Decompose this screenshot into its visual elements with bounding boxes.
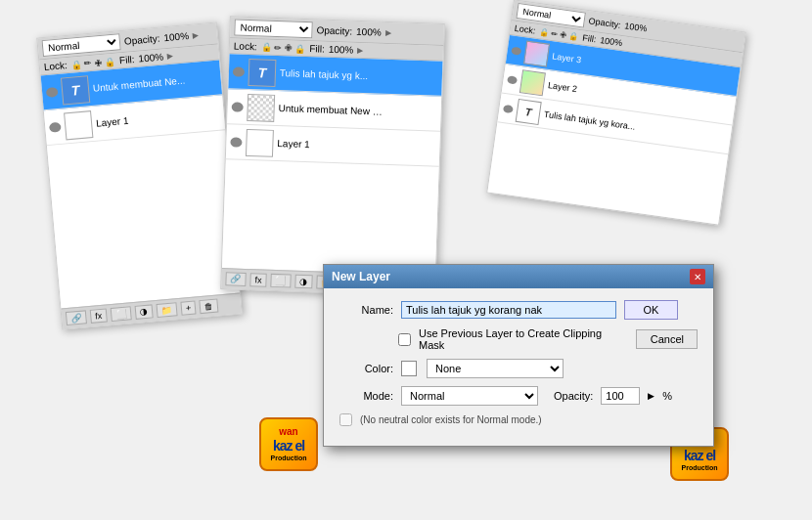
panel1-fill-value: 100% bbox=[138, 51, 163, 64]
panel2-layer-name-3: Layer 1 bbox=[277, 138, 310, 150]
layer-name-1: Layer 1 bbox=[96, 115, 129, 129]
folder-button[interactable]: 📁 bbox=[156, 302, 177, 318]
panel1-opacity-value: 100% bbox=[163, 30, 189, 43]
color-swatch bbox=[401, 361, 417, 376]
fx-button[interactable]: fx bbox=[90, 308, 108, 323]
panel2-blend-mode[interactable]: Normal bbox=[234, 19, 313, 38]
panel2-layer-list: T Tulis lah tajuk yg k... Untuk membuat … bbox=[222, 54, 443, 275]
clipping-mask-checkbox[interactable] bbox=[398, 333, 411, 346]
dialog-body: Name: OK Use Previous Layer to Create Cl… bbox=[324, 288, 713, 446]
dialog-name-row: Name: OK bbox=[339, 300, 698, 320]
panel1-opacity-arrow[interactable]: ▶ bbox=[193, 30, 200, 39]
panel3-fill-value: 100% bbox=[600, 35, 623, 48]
panel3-layer-name-1: Layer 3 bbox=[552, 51, 582, 65]
dialog-cancel-button[interactable]: Cancel bbox=[636, 329, 698, 349]
delete-layer-button[interactable]: 🗑 bbox=[200, 299, 219, 315]
panel3-fill-label: Fill: bbox=[582, 33, 597, 45]
panel2-layer-thumb-text: T bbox=[248, 58, 276, 86]
panel2-layer-thumb-3 bbox=[246, 128, 274, 156]
panel1-lock-label: Lock: bbox=[43, 60, 68, 72]
panel3-eye-icon-3[interactable] bbox=[503, 104, 514, 112]
logo-badge-left: wan kaz el Production bbox=[259, 417, 318, 471]
panel1-lock-icons: 🔒 ✏ ✙ 🔒 bbox=[70, 56, 115, 69]
adj-button[interactable]: ◑ bbox=[135, 304, 154, 320]
panel1-fill-arrow[interactable]: ▶ bbox=[167, 52, 174, 61]
mask-button[interactable]: ⬜ bbox=[111, 306, 132, 322]
panel2-fx-button[interactable]: fx bbox=[249, 273, 266, 287]
dialog-close-button[interactable]: ✕ bbox=[690, 269, 705, 284]
panel2-opacity-arrow[interactable]: ▶ bbox=[385, 28, 391, 37]
clipping-mask-label: Use Previous Layer to Create Clipping Ma… bbox=[419, 327, 624, 351]
panel3-eye-icon-1[interactable] bbox=[511, 46, 521, 55]
logo-kaz-right: kaz el bbox=[684, 448, 715, 464]
panel2-layer-thumb-2 bbox=[247, 93, 275, 121]
layer-thumb-text: T bbox=[61, 75, 90, 105]
dialog-color-select[interactable]: None Red Orange Yellow Green Blue bbox=[427, 359, 564, 378]
panel1-fill-label: Fill: bbox=[119, 54, 135, 65]
panel2-layer-item-3[interactable]: Layer 1 bbox=[226, 124, 440, 167]
panel3-layer-thumb-3: T bbox=[516, 98, 542, 124]
panel3-lock-label: Lock: bbox=[514, 23, 536, 36]
dialog-note: (No neutral color exists for Normal mode… bbox=[360, 414, 542, 425]
dialog-mode-label: Mode: bbox=[339, 390, 393, 402]
dialog-color-label: Color: bbox=[339, 363, 393, 374]
panel3-eye-icon-2[interactable] bbox=[507, 75, 518, 84]
logo-prod-left: Production bbox=[271, 455, 307, 462]
layer-name-text: Untuk membuat Ne... bbox=[93, 75, 186, 94]
dialog-opacity-label: Opacity: bbox=[554, 390, 593, 402]
panel2-opacity-value: 100% bbox=[356, 26, 382, 38]
panel2-eye-icon-2[interactable] bbox=[232, 102, 244, 111]
panel2-fill-label: Fill: bbox=[309, 43, 325, 55]
dialog-note-row: (No neutral color exists for Normal mode… bbox=[339, 413, 698, 426]
new-layer-button[interactable]: + bbox=[180, 301, 196, 316]
panel2-fill-arrow[interactable]: ▶ bbox=[357, 46, 363, 55]
panel3-opacity-value: 100% bbox=[624, 21, 648, 33]
layers-panel-1: Normal Opacity: 100% ▶ Lock: 🔒 ✏ ✙ 🔒 Fil… bbox=[36, 22, 242, 330]
panel3-layer-name-2: Layer 2 bbox=[548, 80, 578, 94]
dialog-opacity-input[interactable] bbox=[601, 387, 640, 405]
layers-panel-2: Normal Opacity: 100% ▶ Lock: 🔒 ✏ ✙ 🔒 Fil… bbox=[220, 16, 445, 297]
panel2-fill-value: 100% bbox=[329, 44, 354, 56]
link-button[interactable]: 🔗 bbox=[66, 310, 87, 325]
dialog-name-input[interactable] bbox=[401, 301, 616, 319]
panel2-link-button[interactable]: 🔗 bbox=[225, 272, 246, 286]
panel3-layer-list: Layer 3 Layer 2 T Tulis lah tajuk yg kor… bbox=[487, 35, 740, 225]
panel1-layer-list: T Untuk membuat Ne... Layer 1 bbox=[41, 60, 240, 308]
layer-thumb-1 bbox=[64, 110, 93, 140]
panel3-opacity-label: Opacity: bbox=[588, 16, 621, 29]
opacity-arrow[interactable]: ▶ bbox=[648, 391, 654, 401]
dialog-ok-button[interactable]: OK bbox=[624, 300, 678, 320]
logo-kaz-left: kaz el bbox=[273, 438, 304, 455]
panel3-layer-thumb-1 bbox=[523, 40, 550, 66]
panel2-mask-button[interactable]: ⬜ bbox=[270, 274, 291, 288]
logo-prod-right: Production bbox=[682, 464, 718, 472]
eye-icon-2[interactable] bbox=[49, 121, 62, 132]
logo-wan-left: wan bbox=[279, 426, 297, 438]
dialog-percent: % bbox=[662, 390, 672, 402]
panel3-layer-name-3: Tulis lah tajuk yg kora... bbox=[543, 108, 636, 131]
panel2-lock-icons: 🔒 ✏ ✙ 🔒 bbox=[261, 42, 306, 54]
panel2-eye-icon-1[interactable] bbox=[233, 66, 245, 76]
dialog-mode-select[interactable]: Normal Dissolve Multiply Screen Overlay bbox=[401, 386, 538, 406]
layers-panel-3: Normal Opacity: 100% Lock: 🔒 ✏ ✙ 🔒 Fill:… bbox=[486, 0, 745, 226]
dialog-name-label: Name: bbox=[339, 304, 393, 316]
panel2-lock-label: Lock: bbox=[234, 40, 257, 52]
dialog-title: New Layer bbox=[332, 270, 390, 283]
dialog-checkbox-row: Use Previous Layer to Create Clipping Ma… bbox=[339, 327, 698, 351]
dialog-color-row: Color: None Red Orange Yellow Green Blue bbox=[339, 359, 698, 378]
new-layer-dialog: New Layer ✕ Name: OK Use Previous Layer … bbox=[323, 264, 714, 447]
panel1-opacity-label: Opacity: bbox=[123, 33, 160, 47]
panel2-layer-name-2: Untuk membuat New L... bbox=[279, 103, 386, 117]
dialog-titlebar: New Layer ✕ bbox=[324, 265, 713, 288]
note-checkbox[interactable] bbox=[339, 413, 352, 426]
eye-icon-1[interactable] bbox=[46, 86, 59, 97]
panel2-layer-name-text: Tulis lah tajuk yg k... bbox=[280, 67, 369, 81]
panel2-eye-icon-3[interactable] bbox=[230, 137, 242, 147]
panel2-adj-button[interactable]: ◑ bbox=[294, 275, 312, 289]
panel3-layer-thumb-2 bbox=[519, 69, 546, 96]
dialog-mode-row: Mode: Normal Dissolve Multiply Screen Ov… bbox=[339, 386, 698, 406]
panel2-opacity-label: Opacity: bbox=[316, 24, 352, 36]
